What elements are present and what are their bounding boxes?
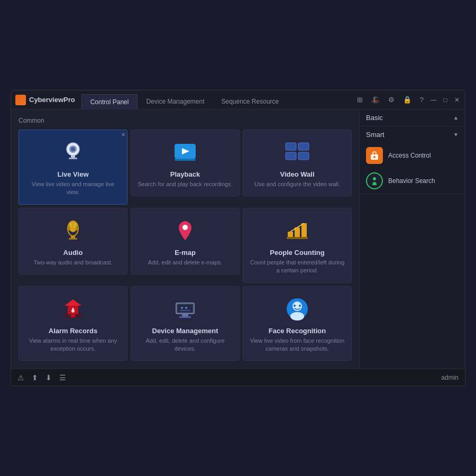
upload-icon[interactable]: ⬆ [32,373,38,382]
sidebar-smart-header[interactable]: Smart ▼ [360,126,465,143]
title-tabs: Control Panel Device Management Sequence… [81,90,355,109]
video-wall-icon [283,139,311,166]
status-icons: ⚠ ⬆ ⬇ ☰ [17,373,66,382]
list-icon[interactable]: ☰ [59,373,66,382]
audio-icon [59,217,87,244]
svg-point-20 [182,225,188,230]
behavior-search-label: Behavior Search [388,177,435,185]
svg-rect-24 [301,223,307,237]
live-view-title: Live View [57,170,88,178]
alarm-records-title: Alarm Records [49,327,97,335]
alert-icon[interactable]: ⚠ [17,373,24,382]
alarm-records-icon [59,295,87,323]
svg-point-46 [373,177,376,180]
main-content: Common ✕ [11,109,465,369]
sidebar-basic-chevron: ▲ [453,115,459,121]
svg-rect-28 [71,314,75,317]
people-counting-icon [283,217,311,244]
svg-rect-35 [179,316,191,318]
svg-rect-21 [287,237,308,239]
video-wall-desc: Use and configure the video wall. [254,180,340,188]
maximize-button[interactable]: □ [442,96,449,104]
sidebar-item-behavior-search[interactable]: Behavior Search [360,168,465,194]
people-counting-title: People Counting [270,249,324,257]
help-icon[interactable]: ? [418,95,426,105]
alarm-records-desc: View alarms in real time when any except… [25,337,121,353]
sidebar-item-access-control[interactable]: Access Control [360,143,465,168]
emap-tile[interactable]: E-map Add, edit and delete e-maps. [131,208,240,274]
alarm-records-tile[interactable]: Alarm Records View alarms in real time w… [19,286,127,361]
audio-tile[interactable]: Audio Two-way audio and broadcast. [19,208,127,274]
svg-rect-19 [69,238,77,240]
status-user: admin [441,374,459,381]
playback-desc: Search for and play back recordings. [138,180,232,188]
live-view-wrapper: ✕ Live View View live video and man [19,130,127,205]
video-wall-title: Video Wall [280,170,314,178]
people-counting-wrapper: People Counting Count people that entere… [243,208,352,283]
svg-point-2 [71,147,75,151]
access-control-icon [366,147,383,164]
svg-rect-4 [69,158,77,159]
svg-rect-3 [71,155,75,158]
live-view-close[interactable]: ✕ [121,132,125,138]
video-wall-tile[interactable]: Video Wall Use and configure the video w… [243,130,352,196]
tab-sequence-resource[interactable]: Sequence Resource [213,94,287,109]
svg-rect-10 [286,152,296,160]
audio-desc: Two-way audio and broadcast. [33,259,112,267]
sidebar-smart-chevron: ▼ [453,132,459,138]
playback-icon [171,139,199,166]
sidebar-basic-header[interactable]: Basic ▲ [360,109,465,126]
left-panel: Common ✕ [11,109,359,369]
playback-wrapper: Playback Search for and play back record… [131,130,240,205]
behavior-search-icon [366,172,383,189]
device-management-tile[interactable]: Device Management Add, edit, delete and … [131,286,240,361]
hat-icon[interactable]: 🎩 [369,95,382,105]
tab-device-management[interactable]: Device Management [138,94,213,109]
svg-point-37 [185,307,187,309]
app-logo [15,95,26,105]
minimize-button[interactable]: — [430,96,437,104]
right-sidebar: Basic ▲ Smart ▼ [359,109,465,369]
svg-rect-7 [175,159,196,161]
status-bar: ⚠ ⬆ ⬇ ☰ admin [11,369,465,386]
alarm-records-wrapper: Alarm Records View alarms in real time w… [19,286,127,361]
playback-title: Playback [170,170,200,178]
svg-point-42 [294,305,296,307]
emap-desc: Add, edit and delete e-maps. [148,259,223,267]
emap-title: E-map [175,249,196,257]
emap-icon [171,217,199,244]
video-wall-wrapper: Video Wall Use and configure the video w… [243,130,352,205]
title-bar: CyberviewPro Control Panel Device Manage… [11,90,465,109]
face-recognition-tile[interactable]: Face Recognition View live video from fa… [243,286,352,361]
tab-control-panel[interactable]: Control Panel [81,94,138,109]
face-recognition-wrapper: Face Recognition View live video from fa… [243,286,352,361]
section-label: Common [19,117,352,124]
people-counting-tile[interactable]: People Counting Count people that entere… [243,208,352,283]
playback-tile[interactable]: Playback Search for and play back record… [131,130,240,196]
svg-point-45 [373,156,376,158]
settings-icon[interactable]: ⚙ [386,95,397,105]
device-management-icon [171,295,199,323]
close-button[interactable]: ✕ [453,96,461,104]
svg-rect-14 [76,226,78,231]
audio-title: Audio [63,249,83,257]
access-control-label: Access Control [388,152,431,159]
people-counting-desc: Count people that entered/left during a … [250,259,345,275]
lock-icon[interactable]: 🔒 [401,95,414,105]
app-name: CyberviewPro [29,96,75,104]
sidebar-section-basic: Basic ▲ [360,109,465,126]
face-recognition-icon [283,295,311,323]
svg-point-43 [299,305,301,307]
face-recognition-desc: View live video from face recognition ca… [250,337,345,353]
svg-rect-8 [286,143,296,150]
download-icon[interactable]: ⬇ [45,373,52,382]
svg-rect-11 [298,152,309,160]
face-recognition-title: Face Recognition [269,327,326,335]
sidebar-smart-label: Smart [366,131,385,139]
device-management-wrapper: Device Management Add, edit, delete and … [131,286,240,361]
live-view-tile[interactable]: ✕ Live View View live video and man [19,130,127,205]
svg-point-36 [181,307,183,309]
svg-marker-27 [65,299,81,306]
grid-container: ✕ Live View View live video and man [19,130,352,361]
grid-view-icon[interactable]: ⊞ [355,95,365,105]
